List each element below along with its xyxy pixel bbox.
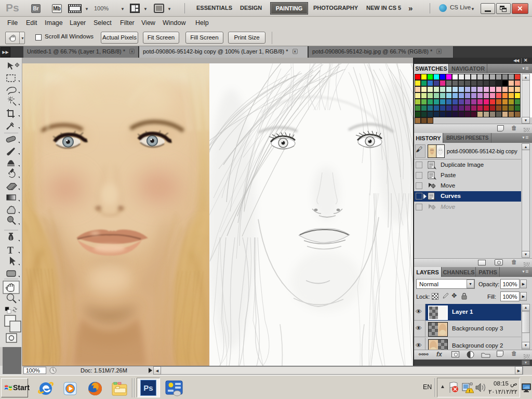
svg-text:T: T — [7, 245, 14, 256]
svg-text:!: ! — [469, 389, 470, 393]
